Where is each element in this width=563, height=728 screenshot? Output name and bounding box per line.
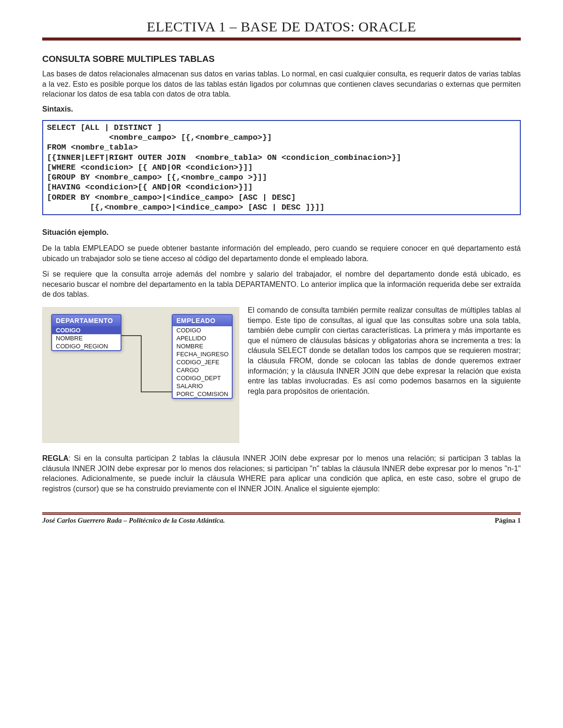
table-departamento: DEPARTAMENTO CODIGO NOMBRE CODIGO_REGION xyxy=(51,314,122,351)
table-field: CODIGO_JEFE xyxy=(173,358,232,366)
table-field: SALARIO xyxy=(173,382,232,390)
table-field: PORC_COMISION xyxy=(173,390,232,398)
table-field: APELLIDO xyxy=(173,334,232,342)
intro-paragraph: Las bases de datos relacionales almacena… xyxy=(42,69,521,99)
table-field: FECHA_INGRESO xyxy=(173,350,232,358)
section-heading-2: Situación ejemplo. xyxy=(42,228,521,237)
table-field: CODIGO xyxy=(173,326,232,334)
table-field: CODIGO xyxy=(52,326,121,334)
footer-author: José Carlos Guerrero Rada – Politécnico … xyxy=(42,517,225,525)
table-field: CODIGO_REGION xyxy=(52,342,121,350)
table-field: NOMBRE xyxy=(173,342,232,350)
regla-label: REGLA xyxy=(42,454,68,462)
table-header: DEPARTAMENTO xyxy=(52,315,121,326)
page-title: ELECTIVA 1 – BASE DE DATOS: ORACLE xyxy=(42,19,521,38)
example-paragraph-2: Si se requiere que la consulta arroje ad… xyxy=(42,269,521,300)
example-paragraph-1: De la tabla EMPLEADO se puede obtener ba… xyxy=(42,243,521,263)
footer-page-number: Página 1 xyxy=(495,517,521,525)
section-heading-1: CONSULTA SOBRE MULTIPLES TABLAS xyxy=(42,54,521,64)
sintaxis-label: Sintaxis. xyxy=(42,105,521,113)
table-field: CODIGO_DEPT xyxy=(173,374,232,382)
syntax-code-block: SELECT [ALL | DISTINCT ] <nombre_campo> … xyxy=(42,120,521,215)
er-diagram: DEPARTAMENTO CODIGO NOMBRE CODIGO_REGION… xyxy=(42,307,239,443)
regla-paragraph: REGLA: Si en la consulta participan 2 ta… xyxy=(42,453,521,494)
table-field: CARGO xyxy=(173,366,232,374)
table-field: NOMBRE xyxy=(52,334,121,342)
regla-text: : Si en la consulta participan 2 tablas … xyxy=(42,454,521,493)
table-header: EMPLEADO xyxy=(173,315,232,326)
header-rule xyxy=(42,38,521,41)
page-footer: José Carlos Guerrero Rada – Politécnico … xyxy=(42,515,521,525)
table-empleado: EMPLEADO CODIGO APELLIDO NOMBRE FECHA_IN… xyxy=(172,314,233,399)
